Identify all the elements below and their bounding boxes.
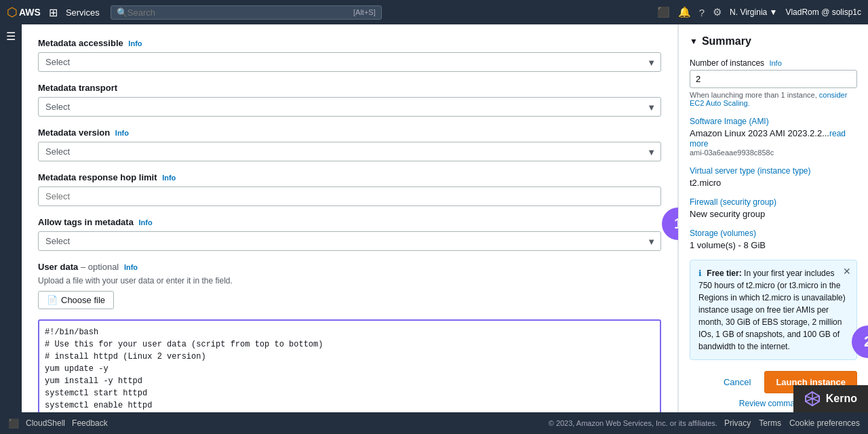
grid-icon[interactable]: ⊞	[49, 6, 58, 19]
top-nav: ⬡ AWS ⊞ Services 🔍 [Alt+S] ⬛ 🔔 ? ⚙ N. Vi…	[0, 0, 868, 24]
metadata-transport-text: Metadata transport	[38, 83, 117, 93]
user-data-text: User data	[38, 262, 78, 272]
user-data-group: User data – optional Info Upload a file …	[38, 262, 661, 412]
metadata-hop-limit-group: Metadata response hop limit Info	[38, 172, 661, 206]
sidebar: ☰	[0, 24, 22, 412]
virtual-server-field: Virtual server type (instance type) t2.m…	[690, 166, 857, 188]
metadata-hop-limit-info[interactable]: Info	[162, 174, 176, 182]
allow-tags-select-wrapper: Select ▼	[38, 231, 661, 251]
metadata-hop-limit-text: Metadata response hop limit	[38, 172, 157, 182]
summary-chevron: ▼	[690, 37, 698, 46]
free-tier-box: ✕ ℹ Free tier: In your first year includ…	[690, 260, 857, 360]
free-tier-info-icon: ℹ	[698, 269, 702, 278]
metadata-accessible-select[interactable]: Select	[38, 52, 661, 72]
kerno-label: Kerno	[826, 393, 857, 405]
user-data-label: User data – optional Info	[38, 262, 661, 272]
num-instances-input[interactable]	[690, 70, 857, 88]
virtual-server-label[interactable]: Virtual server type (instance type)	[690, 166, 857, 176]
firewall-value: New security group	[690, 209, 857, 219]
sidebar-menu-icon[interactable]: ☰	[6, 30, 16, 43]
metadata-transport-label: Metadata transport	[38, 83, 661, 93]
software-image-ami-id: ami-03a6eaae9938c858c	[690, 149, 857, 157]
num-instances-info[interactable]: Info	[769, 59, 781, 67]
help-icon[interactable]: ?	[699, 7, 705, 18]
metadata-accessible-group: Metadata accessible Info Select ▼	[38, 38, 661, 72]
allow-tags-label: Allow tags in metadata Info	[38, 217, 661, 227]
search-icon: 🔍	[117, 7, 127, 18]
cancel-button[interactable]: Cancel	[717, 373, 757, 391]
firewall-label[interactable]: Firewall (security group)	[690, 197, 857, 207]
free-tier-title: Free tier:	[707, 269, 741, 278]
storage-field: Storage (volumes) 1 volume(s) - 8 GiB	[690, 229, 857, 250]
kerno-logo-icon	[804, 391, 821, 407]
aws-logo-text: AWS	[19, 7, 41, 18]
metadata-hop-limit-input[interactable]	[38, 186, 661, 206]
choose-file-button[interactable]: 📄 Choose file	[38, 291, 114, 309]
software-image-value: Amazon Linux 2023 AMI 2023.2.2...read mo…	[690, 128, 857, 149]
num-instances-label: Number of instances Info	[690, 58, 857, 68]
software-image-label[interactable]: Software Image (AMI)	[690, 117, 857, 126]
main-container: Metadata accessible Info Select ▼ Metada…	[22, 24, 868, 412]
allow-tags-text: Allow tags in metadata	[38, 217, 134, 227]
user-menu[interactable]: VladRom @ solisp1c	[785, 7, 861, 17]
software-image-name: Amazon Linux 2023 AMI 2023.2.2...	[690, 128, 829, 138]
left-panel-wrapper: Metadata accessible Info Select ▼ Metada…	[22, 24, 678, 412]
left-panel: Metadata accessible Info Select ▼ Metada…	[22, 24, 678, 412]
metadata-accessible-label: Metadata accessible Info	[38, 38, 661, 48]
metadata-accessible-text: Metadata accessible	[38, 38, 123, 48]
circle-2-label: 2	[864, 333, 868, 351]
aws-logo: ⬡ AWS	[7, 5, 41, 20]
instances-hint-prefix: When launching more than 1 instance,	[690, 91, 817, 99]
metadata-version-group: Metadata version Info Select ▼	[38, 127, 661, 161]
firewall-field: Firewall (security group) New security g…	[690, 197, 857, 219]
virtual-server-value: t2.micro	[690, 178, 857, 188]
free-tier-text: ℹ Free tier: In your first year includes…	[698, 267, 848, 353]
num-instances-field: Number of instances Info When launching …	[690, 58, 857, 107]
file-icon: 📄	[47, 295, 58, 305]
user-data-textarea[interactable]: #!/bin/bash # Use this for your user dat…	[38, 319, 661, 412]
search-input[interactable]	[127, 7, 348, 18]
search-shortcut: [Alt+S]	[353, 8, 376, 16]
services-link[interactable]: Services	[66, 7, 100, 18]
metadata-version-select-wrapper: Select ▼	[38, 142, 661, 161]
metadata-version-label: Metadata version Info	[38, 127, 661, 138]
metadata-version-info[interactable]: Info	[115, 129, 129, 137]
free-tier-close-button[interactable]: ✕	[843, 266, 851, 277]
metadata-accessible-info[interactable]: Info	[128, 39, 142, 47]
settings-icon[interactable]: ⚙	[713, 6, 722, 18]
right-panel: ▼ Summary Number of instances Info When …	[678, 24, 868, 412]
storage-value: 1 volume(s) - 8 GiB	[690, 240, 857, 250]
allow-tags-info[interactable]: Info	[139, 218, 153, 226]
terminal-icon[interactable]: ⬛	[657, 6, 670, 18]
search-bar[interactable]: 🔍 [Alt+S]	[111, 5, 382, 20]
storage-label[interactable]: Storage (volumes)	[690, 229, 857, 238]
user-data-info[interactable]: Info	[124, 263, 138, 271]
metadata-transport-group: Metadata transport Select ▼	[38, 83, 661, 117]
nav-right: ⬛ 🔔 ? ⚙ N. Virginia ▼ VladRom @ solisp1c	[657, 6, 861, 18]
allow-tags-select[interactable]: Select	[38, 231, 661, 251]
kerno-watermark: Kerno	[793, 385, 868, 412]
user-data-sub-label: Upload a file with your user data or ent…	[38, 276, 661, 285]
bell-icon[interactable]: 🔔	[678, 6, 691, 18]
metadata-transport-select[interactable]: Select	[38, 97, 661, 117]
summary-title: Summary	[702, 35, 751, 47]
allow-tags-group: Allow tags in metadata Info Select ▼	[38, 217, 661, 251]
summary-header: ▼ Summary	[690, 35, 857, 47]
metadata-accessible-select-wrapper: Select ▼	[38, 52, 661, 72]
instances-hint: When launching more than 1 instance, con…	[690, 91, 857, 107]
right-panel-wrapper: ▼ Summary Number of instances Info When …	[678, 24, 868, 412]
choose-file-label: Choose file	[61, 295, 105, 305]
metadata-version-select[interactable]: Select	[38, 142, 661, 161]
num-instances-label-text: Number of instances	[690, 58, 764, 68]
region-selector[interactable]: N. Virginia ▼	[730, 7, 777, 17]
aws-icon: ⬡	[7, 5, 18, 20]
software-image-field: Software Image (AMI) Amazon Linux 2023 A…	[690, 117, 857, 157]
free-tier-description: In your first year includes 750 hours of…	[698, 269, 846, 351]
metadata-hop-limit-label: Metadata response hop limit Info	[38, 172, 661, 182]
metadata-transport-select-wrapper: Select ▼	[38, 97, 661, 117]
user-data-optional: – optional	[81, 262, 119, 272]
metadata-version-text: Metadata version	[38, 127, 110, 138]
